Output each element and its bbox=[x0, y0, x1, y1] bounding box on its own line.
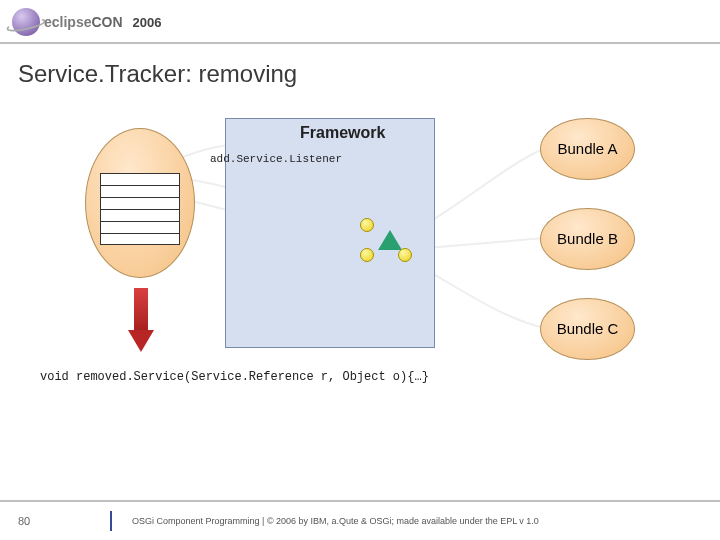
eclipse-orb-icon bbox=[12, 8, 40, 36]
bundle-a: Bundle A bbox=[540, 118, 635, 180]
slide-title: Service.Tracker: removing bbox=[0, 54, 720, 88]
service-triangle-icon bbox=[378, 230, 402, 250]
brand-name: eclipseCON bbox=[44, 14, 123, 30]
table-row bbox=[101, 222, 179, 234]
arrow-down-icon bbox=[128, 288, 154, 358]
header: eclipseCON 2006 bbox=[0, 0, 720, 40]
footer-text: OSGi Component Programming | © 2006 by I… bbox=[132, 516, 539, 526]
table-row bbox=[101, 234, 179, 246]
bundle-c: Bundle C bbox=[540, 298, 635, 360]
listener-label: add.Service.Listener bbox=[210, 153, 342, 165]
table-row bbox=[101, 186, 179, 198]
footer: 80 OSGi Component Programming | © 2006 b… bbox=[0, 500, 720, 540]
footer-separator bbox=[110, 511, 112, 531]
tracker-table bbox=[100, 173, 180, 245]
diagram-area: Framework add.Service.Listener Bundle A … bbox=[0, 88, 720, 418]
table-row bbox=[101, 174, 179, 186]
bundle-b: Bundle B bbox=[540, 208, 635, 270]
framework-label: Framework bbox=[300, 124, 385, 142]
table-row bbox=[101, 210, 179, 222]
service-dot-icon bbox=[360, 248, 374, 262]
year-label: 2006 bbox=[133, 15, 162, 30]
logo: eclipseCON 2006 bbox=[12, 8, 162, 36]
table-row bbox=[101, 198, 179, 210]
header-divider bbox=[0, 42, 720, 44]
callback-signature: void removed.Service(Service.Reference r… bbox=[40, 370, 429, 384]
service-dot-icon bbox=[360, 218, 374, 232]
service-dot-icon bbox=[398, 248, 412, 262]
page-number: 80 bbox=[18, 515, 30, 527]
